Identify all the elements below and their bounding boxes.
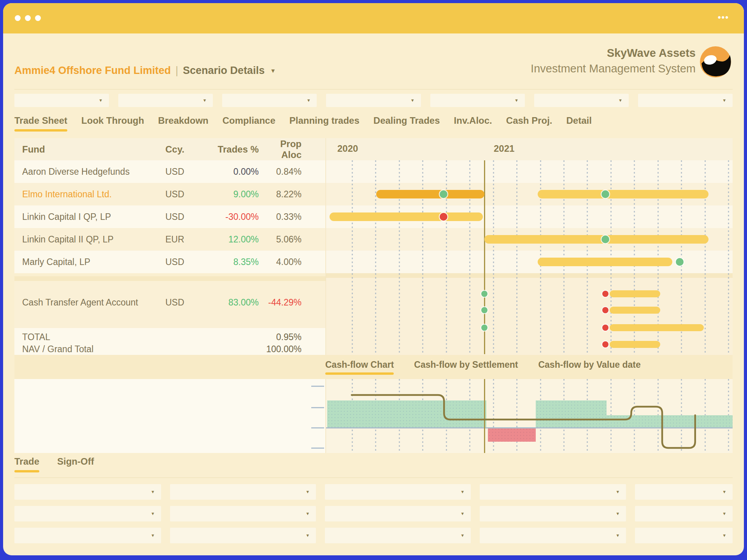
gantt-row-stripe	[326, 160, 733, 183]
trade-form-dropdown[interactable]: ▾	[170, 528, 316, 543]
tab-trade[interactable]: Trade	[14, 456, 39, 472]
gantt-year-2020: 2020	[337, 143, 358, 154]
cashflow-chart	[326, 379, 733, 453]
trade-form-dropdown[interactable]: ▾	[635, 528, 733, 543]
filter-dropdown[interactable]: ▾	[430, 94, 525, 107]
gantt-year-2021: 2021	[494, 143, 514, 154]
trade-form-dropdown[interactable]: ▾	[325, 528, 471, 543]
fund-table: Fund Ccy. Trades % Prop Aloc Aaron Diver…	[14, 138, 325, 355]
filter-dropdown[interactable]: ▾	[14, 94, 109, 107]
table-row[interactable]: Linkin Capital II QP, LP EUR 12.00% 5.06…	[14, 228, 325, 251]
total-row: TOTAL 0.95%	[14, 331, 325, 343]
cell-trades: -30.00%	[204, 212, 259, 222]
window-dot[interactable]	[15, 15, 21, 21]
cash-account-row[interactable]: Cash Transfer Agent Account USD 83.00% -…	[14, 278, 325, 328]
gantt-gridline	[728, 160, 729, 354]
tab-look-through[interactable]: Look Through	[81, 115, 144, 132]
gantt-cash-stripe	[326, 278, 733, 355]
cell-trades: 12.00%	[204, 234, 259, 245]
tab-breakdown[interactable]: Breakdown	[158, 115, 208, 132]
gantt-cash-dot	[481, 291, 487, 297]
trade-form-dropdown[interactable]: ▾	[635, 506, 733, 521]
gantt-bar[interactable]	[538, 258, 672, 266]
caret-down-icon: ▾	[100, 97, 102, 103]
gantt-cash-bar[interactable]	[610, 307, 660, 314]
gantt-bar[interactable]	[538, 190, 708, 198]
trade-form-dropdown[interactable]: ▾	[14, 528, 161, 543]
table-row[interactable]: Aaron Diverse Hedgefunds USD 0.00% 0.84%	[14, 160, 325, 183]
caret-down-icon: ▾	[411, 97, 414, 103]
trade-form-dropdown[interactable]: ▾	[14, 506, 161, 521]
tab-dealing-trades[interactable]: Dealing Trades	[374, 115, 440, 132]
window-dot[interactable]	[35, 15, 41, 21]
trade-form-dropdown[interactable]: ▾	[14, 484, 161, 500]
title-separator: |	[175, 65, 178, 77]
gantt-gridline	[375, 160, 376, 354]
gantt-gridline	[469, 160, 470, 354]
caret-down-icon: ▾	[461, 532, 464, 538]
caret-down-icon: ▾	[616, 532, 619, 538]
gantt-gridline	[540, 160, 541, 354]
gantt-gridline	[446, 160, 447, 354]
bottom-tab-bar: Trade Sign-Off	[14, 456, 94, 472]
gantt-bar[interactable]	[330, 212, 482, 221]
filter-dropdown[interactable]: ▾	[638, 94, 733, 107]
header-divider	[14, 89, 733, 90]
gantt-cash-bar[interactable]	[610, 324, 704, 331]
tab-trade-sheet[interactable]: Trade Sheet	[14, 115, 67, 132]
tab-cashflow-settlement[interactable]: Cash-flow by Settlement	[414, 360, 518, 375]
tab-cashflow-value-date[interactable]: Cash-flow by Value date	[538, 360, 640, 375]
tab-compliance[interactable]: Compliance	[223, 115, 275, 132]
trade-form-dropdown[interactable]: ▾	[170, 506, 316, 521]
tab-inv-aloc[interactable]: Inv.Aloc.	[454, 115, 492, 132]
view-title[interactable]: Scenario Details	[183, 65, 265, 77]
trade-sheet-panel: Fund Ccy. Trades % Prop Aloc Aaron Diver…	[14, 138, 733, 355]
trade-form-dropdown[interactable]: ▾	[635, 484, 733, 500]
caret-down-icon: ▾	[306, 532, 309, 538]
cell-prop: -44.29%	[259, 297, 325, 308]
chart-axis-tick	[311, 407, 324, 408]
tab-sign-off[interactable]: Sign-Off	[57, 456, 94, 472]
gantt-gridline	[493, 160, 494, 354]
cell-fund: Elmo International Ltd.	[14, 189, 165, 200]
trade-form-dropdown[interactable]: ▾	[480, 484, 626, 500]
table-row[interactable]: Marly Capital, LP USD 8.35% 4.00%	[14, 251, 325, 273]
gantt-bar[interactable]	[376, 190, 484, 198]
trade-form-dropdown[interactable]: ▾	[480, 506, 626, 521]
window-controls	[15, 15, 41, 21]
chart-axis-tick	[311, 448, 324, 449]
filter-dropdown[interactable]: ▾	[222, 94, 317, 107]
window-dot[interactable]	[25, 15, 31, 21]
table-header-row: Fund Ccy. Trades % Prop Aloc	[14, 138, 325, 160]
overflow-menu-icon[interactable]: •••	[718, 12, 729, 23]
caret-down-icon: ▾	[203, 97, 206, 103]
gantt-cash-bar[interactable]	[610, 290, 660, 297]
tab-planning-trades[interactable]: Planning trades	[289, 115, 359, 132]
cell-prop: 4.00%	[259, 257, 325, 267]
trade-form-dropdown[interactable]: ▾	[170, 484, 316, 500]
filter-dropdown[interactable]: ▾	[118, 94, 213, 107]
table-gap-stripe	[14, 276, 326, 281]
filter-dropdown[interactable]: ▾	[326, 94, 421, 107]
nav-value: 100.00%	[251, 344, 302, 355]
gantt-bar[interactable]	[484, 235, 708, 244]
tab-cash-proj[interactable]: Cash Proj.	[506, 115, 552, 132]
filter-bar: ▾ ▾ ▾ ▾ ▾ ▾ ▾	[14, 94, 733, 107]
trade-form-dropdown[interactable]: ▾	[325, 484, 471, 500]
cell-trades: 0.00%	[204, 167, 259, 177]
trade-form-dropdown[interactable]: ▾	[480, 528, 626, 543]
table-row[interactable]: Linkin Capital I QP, LP USD -30.00% 0.33…	[14, 205, 325, 228]
caret-down-icon: ▾	[723, 511, 726, 516]
chevron-down-icon[interactable]: ▼	[270, 67, 276, 74]
tab-cashflow-chart[interactable]: Cash-flow Chart	[325, 360, 394, 375]
table-row[interactable]: Elmo International Ltd. USD 9.00% 8.22%	[14, 183, 325, 205]
filter-dropdown[interactable]: ▾	[534, 94, 629, 107]
gantt-cash-dot	[602, 307, 608, 313]
cell-trades: 8.35%	[204, 257, 259, 267]
trade-form-dropdown[interactable]: ▾	[325, 506, 471, 521]
gantt-cash-bar[interactable]	[610, 341, 660, 348]
tab-detail[interactable]: Detail	[566, 115, 592, 132]
cell-ccy: USD	[165, 257, 204, 267]
nav-row: NAV / Grand Total 100.00%	[14, 343, 325, 355]
cell-prop: 0.33%	[259, 212, 325, 222]
